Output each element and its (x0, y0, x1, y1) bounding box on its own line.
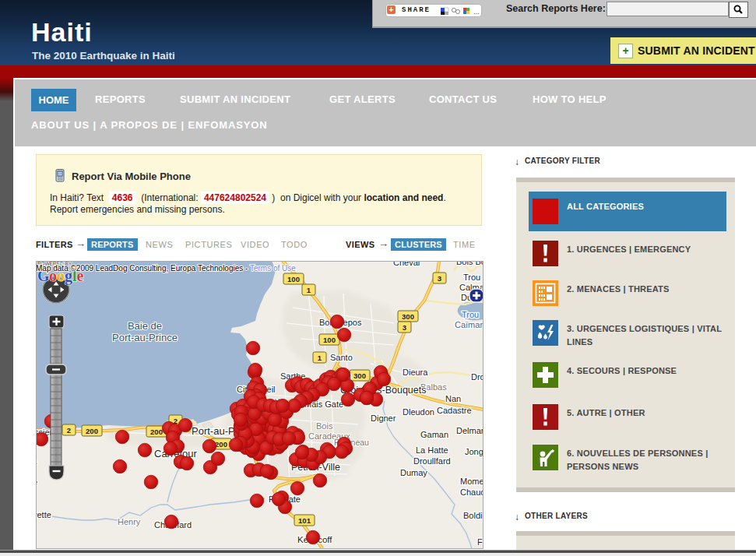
svg-text:3: 3 (438, 274, 441, 283)
svg-text:Baie de: Baie de (128, 320, 162, 332)
svg-text:Boldi: Boldi (463, 511, 482, 520)
svg-text:200: 200 (86, 427, 98, 435)
svg-text:Delmar: Delmar (456, 426, 483, 435)
svg-text:101: 101 (298, 516, 311, 525)
svg-text:100: 100 (287, 275, 300, 283)
svg-text:300: 300 (402, 312, 414, 321)
svg-text:Jong: Jong (465, 447, 483, 456)
svg-text:Nan: Nan (445, 394, 461, 403)
svg-text:F: F (477, 537, 483, 547)
svg-text:Gaman: Gaman (420, 430, 448, 439)
svg-text:Dieura: Dieura (403, 368, 428, 377)
svg-text:Digner: Digner (371, 413, 396, 423)
svg-text:La Hatte: La Hatte (416, 445, 448, 455)
svg-text:3: 3 (403, 323, 406, 332)
svg-text:Cadastre: Cadastre (437, 406, 472, 415)
svg-text:Trou: Trou (463, 273, 480, 282)
svg-text:Dro: Dro (471, 372, 483, 382)
svg-text:300: 300 (353, 371, 366, 380)
svg-text:vette: vette (36, 510, 51, 519)
svg-text:Cheval: Cheval (393, 261, 420, 267)
svg-text:Droullfard: Droullfard (413, 456, 451, 466)
svg-text:Dumay: Dumay (400, 468, 427, 477)
svg-text:Bois: Bois (316, 421, 333, 431)
svg-text:200: 200 (215, 440, 227, 449)
svg-text:Map data ©2009 LeadDog Consult: Map data ©2009 LeadDog Consulting, Europ… (36, 264, 296, 273)
svg-text:2: 2 (67, 426, 71, 435)
svg-text:Trou: Trou (462, 310, 479, 319)
svg-text:Dleudon: Dleudon (403, 407, 434, 417)
svg-text:1: 1 (307, 286, 311, 294)
svg-text:100: 100 (323, 336, 336, 344)
svg-text:Bois Borne: Bois Borne (456, 261, 483, 266)
svg-text:200: 200 (150, 428, 163, 436)
svg-text:Mome: Mome (460, 477, 483, 486)
svg-text:Santo: Santo (330, 353, 353, 362)
svg-text:Port-au-Prince: Port-au-Prince (112, 332, 178, 343)
svg-text:...: ... (473, 8, 480, 16)
svg-text:Caïman: Caïman (455, 320, 483, 329)
svg-text:Henry: Henry (118, 517, 141, 526)
svg-text:Chauc: Chauc (460, 487, 483, 497)
svg-text:1: 1 (318, 354, 322, 362)
